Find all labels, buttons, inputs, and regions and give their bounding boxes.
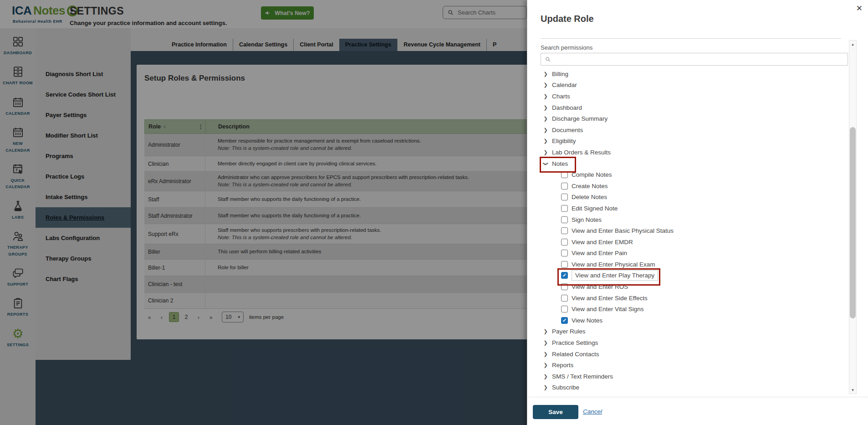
checkbox[interactable] bbox=[561, 295, 568, 302]
tree-group-practice-settings[interactable]: ❯Practice Settings bbox=[527, 337, 846, 348]
tree-group-label: Billing bbox=[552, 71, 568, 77]
permissions-tree: ❯Billing ❯Calendar ❯Charts ❯Dashboard ❯D… bbox=[527, 68, 846, 393]
tree-group-sms-text-reminders[interactable]: ❯SMS / Text Reminders bbox=[527, 371, 846, 382]
chevron-right-icon: ❯ bbox=[543, 362, 548, 368]
chevron-right-icon: ❯ bbox=[543, 384, 548, 390]
permission-label: View and Enter Play Therapy bbox=[572, 270, 658, 281]
update-role-panel: ✕ Update Role Search permissions ❯Billin… bbox=[527, 0, 868, 425]
chevron-right-icon: ❯ bbox=[543, 374, 548, 379]
tree-group-billing[interactable]: ❯Billing bbox=[527, 68, 846, 80]
chevron-right-icon: ❯ bbox=[543, 116, 548, 122]
check-icon: ✓ bbox=[562, 318, 567, 323]
permission-label: View and Enter Side Effects bbox=[572, 295, 648, 302]
tree-group-documents[interactable]: ❯Documents bbox=[527, 124, 846, 136]
permission-label: Create Notes bbox=[572, 183, 608, 189]
permission-view-enter-emdr: View and Enter EMDR bbox=[527, 236, 846, 248]
permission-label: View and Enter ROS bbox=[572, 283, 628, 290]
tree-group-charts[interactable]: ❯Charts bbox=[527, 91, 846, 102]
checkbox-checked[interactable]: ✓ bbox=[561, 317, 568, 324]
chevron-right-icon: ❯ bbox=[543, 82, 548, 88]
tree-group-label: Documents bbox=[552, 127, 583, 133]
panel-title: Update Role bbox=[541, 14, 594, 24]
permission-label: View and Enter Pain bbox=[572, 250, 627, 256]
checkbox[interactable] bbox=[561, 261, 568, 268]
permission-view-enter-side-effects: View and Enter Side Effects bbox=[527, 292, 846, 304]
chevron-right-icon: ❯ bbox=[543, 127, 548, 133]
scrollbar-thumb[interactable] bbox=[850, 127, 856, 318]
checkbox[interactable] bbox=[561, 283, 568, 290]
tree-group-related-contacts[interactable]: ❯Related Contacts bbox=[527, 348, 846, 360]
tree-group-label: Charts bbox=[552, 93, 570, 100]
permission-create-notes: Create Notes bbox=[527, 180, 846, 192]
panel-footer-divider bbox=[527, 397, 868, 397]
checkbox[interactable] bbox=[561, 171, 568, 178]
permission-label: View and Enter Physical Exam bbox=[572, 261, 655, 268]
checkbox-checked[interactable]: ✓ bbox=[561, 272, 568, 279]
tree-group-label: Notes bbox=[552, 160, 568, 167]
checkbox[interactable] bbox=[561, 227, 568, 234]
tree-group-dashboard[interactable]: ❯Dashboard bbox=[527, 102, 846, 113]
permission-label: Delete Notes bbox=[572, 194, 607, 200]
chevron-right-icon: ❯ bbox=[543, 351, 548, 357]
chevron-right-icon: ❯ bbox=[543, 71, 548, 77]
permissions-search-input[interactable] bbox=[554, 56, 848, 63]
checkbox[interactable] bbox=[561, 239, 568, 246]
chevron-right-icon: ❯ bbox=[543, 138, 548, 144]
permission-label: View and Enter EMDR bbox=[572, 239, 633, 246]
permission-sign-notes: Sign Notes bbox=[527, 214, 846, 225]
search-permissions-label: Search permissions bbox=[541, 44, 592, 51]
permission-label: View and Enter Vital Signs bbox=[572, 306, 644, 312]
tree-group-label: SMS / Text Reminders bbox=[552, 373, 613, 380]
permission-view-enter-vital-signs: View and Enter Vital Signs bbox=[527, 303, 846, 315]
close-icon[interactable]: ✕ bbox=[856, 4, 863, 13]
permission-compile-notes: Compile Notes bbox=[527, 169, 846, 180]
scroll-down-icon[interactable]: ▾ bbox=[849, 386, 856, 394]
chevron-right-icon: ❯ bbox=[543, 340, 548, 346]
panel-scrollbar[interactable]: ▴ ▾ bbox=[849, 40, 857, 394]
permission-view-enter-ros: View and Enter ROS bbox=[527, 281, 846, 292]
checkbox[interactable] bbox=[561, 183, 568, 189]
tree-group-label: Practice Settings bbox=[552, 339, 598, 346]
tree-group-subscribe[interactable]: ❯Subscribe bbox=[527, 382, 846, 394]
cancel-link[interactable]: Cancel bbox=[583, 408, 602, 415]
permission-label: Compile Notes bbox=[572, 171, 612, 178]
tree-group-label: Dashboard bbox=[552, 104, 582, 111]
chevron-right-icon: ❯ bbox=[543, 105, 548, 111]
tree-group-label: Reports bbox=[552, 362, 573, 369]
permission-view-enter-pain: View and Enter Pain bbox=[527, 248, 846, 259]
chevron-right-icon: ❯ bbox=[543, 149, 548, 155]
permission-label: View and Enter Basic Physical Status bbox=[572, 227, 674, 234]
tree-group-label: Calendar bbox=[552, 82, 577, 88]
checkbox[interactable] bbox=[561, 306, 568, 312]
permission-view-notes: ✓View Notes bbox=[527, 315, 846, 326]
tree-group-calendar[interactable]: ❯Calendar bbox=[527, 80, 846, 91]
tree-group-eligibility[interactable]: ❯Eligibility bbox=[527, 136, 846, 147]
checkbox[interactable] bbox=[561, 194, 568, 200]
permission-delete-notes: Delete Notes bbox=[527, 192, 846, 203]
scroll-up-icon[interactable]: ▴ bbox=[849, 41, 856, 48]
permission-label: Edit Signed Note bbox=[572, 205, 618, 212]
permission-view-enter-physical-exam: View and Enter Physical Exam bbox=[527, 259, 846, 270]
panel-divider bbox=[541, 38, 841, 39]
tree-group-lab-orders-results[interactable]: ❯Lab Orders & Results bbox=[527, 147, 846, 158]
tree-group-label: Discharge Summary bbox=[552, 115, 608, 122]
save-button[interactable]: Save bbox=[533, 405, 578, 419]
check-icon: ✓ bbox=[562, 273, 567, 278]
tree-group-notes[interactable]: ❯Notes bbox=[527, 158, 846, 169]
tree-group-label: Payer Rules bbox=[552, 328, 586, 335]
chevron-right-icon: ❯ bbox=[543, 328, 548, 334]
checkbox[interactable] bbox=[561, 250, 568, 256]
search-icon bbox=[545, 56, 551, 62]
tree-group-label: Eligibility bbox=[552, 138, 576, 144]
checkbox[interactable] bbox=[561, 205, 568, 212]
checkbox[interactable] bbox=[561, 216, 568, 223]
tree-group-reports[interactable]: ❯Reports bbox=[527, 359, 846, 371]
chevron-down-icon: ❯ bbox=[543, 161, 549, 166]
tree-group-discharge-summary[interactable]: ❯Discharge Summary bbox=[527, 113, 846, 124]
permissions-search-box[interactable] bbox=[541, 53, 848, 66]
permission-label: Sign Notes bbox=[572, 216, 602, 223]
tree-group-payer-rules[interactable]: ❯Payer Rules bbox=[527, 326, 846, 338]
permission-view-enter-basic-physical-status: View and Enter Basic Physical Status bbox=[527, 225, 846, 236]
permission-label: View Notes bbox=[572, 317, 602, 324]
tree-group-label: Lab Orders & Results bbox=[552, 149, 611, 156]
